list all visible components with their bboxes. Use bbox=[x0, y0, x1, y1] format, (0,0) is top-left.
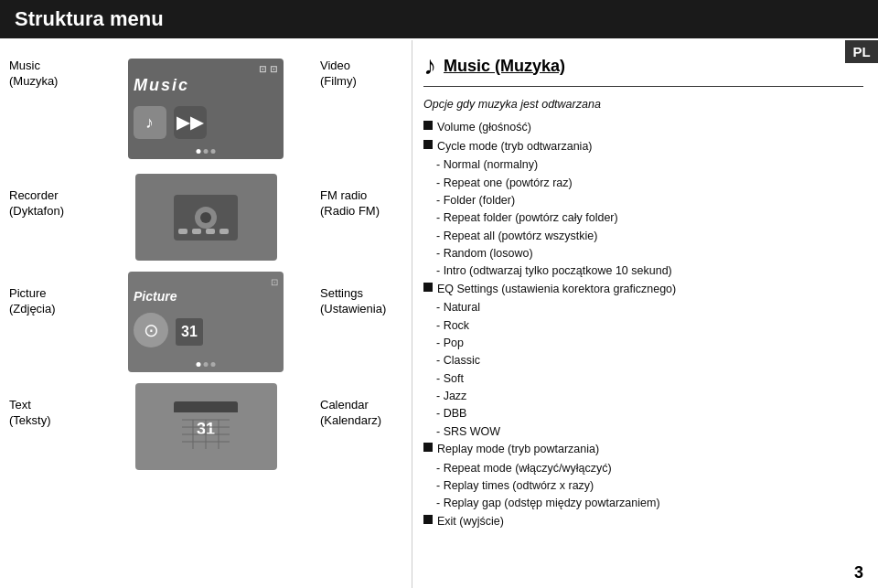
list-item: - Jazz bbox=[423, 388, 863, 405]
music-image-area: ⊡ ⊡ Music ♪ ▶▶ bbox=[95, 55, 316, 163]
label-text: Text(Teksty) bbox=[9, 380, 91, 429]
page-number: 3 bbox=[854, 563, 863, 583]
svg-rect-5 bbox=[206, 229, 215, 234]
list-item: - Folder (folder) bbox=[423, 192, 863, 209]
bullet-icon bbox=[423, 140, 433, 149]
list-item: - DBB bbox=[423, 405, 863, 422]
label-video: Video(Filmy) bbox=[320, 55, 402, 90]
menu-row-1: Music(Muzyka) ⊡ ⊡ Music ♪ ▶▶ bbox=[9, 55, 402, 170]
bullet-icon bbox=[423, 121, 433, 130]
label-fm-radio: FM radio(Radio FM) bbox=[320, 170, 402, 219]
list-item: - Repeat folder (powtórz cały folder) bbox=[423, 209, 863, 227]
list-item: - Pop bbox=[423, 335, 863, 352]
list-item: - Repeat mode (włączyć/wyłączyć) bbox=[423, 460, 863, 477]
right-panel-title: Music (Muzyka) bbox=[444, 57, 565, 76]
list-item: Replay mode (tryb powtarzania) bbox=[423, 441, 863, 458]
list-item: - Normal (normalny) bbox=[423, 156, 863, 174]
header-bar: Struktura menu bbox=[0, 0, 878, 38]
picture-image-area: ⊡ Picture ⊙ 31 bbox=[95, 268, 316, 376]
list-item: - Soft bbox=[423, 370, 863, 388]
items-container: Volume (głośność)Cycle mode (tryb odtwar… bbox=[423, 119, 863, 530]
content-text: Opcje gdy muzyka jest odtwarzana Volume … bbox=[423, 96, 863, 530]
bullet-icon bbox=[423, 283, 433, 292]
svg-rect-8 bbox=[174, 401, 238, 414]
menu-row-2: Recorder(Dyktafon) FM radio(Radio FM) bbox=[9, 170, 402, 268]
menu-row-3: Picture(Zdjęcia) ⊡ Picture ⊙ 31 bbox=[9, 268, 402, 380]
bullet-icon bbox=[423, 443, 433, 452]
label-recorder: Recorder(Dyktafon) bbox=[9, 170, 91, 219]
intro-line: Opcje gdy muzyka jest odtwarzana bbox=[423, 96, 863, 113]
label-settings: Settings(Ustawienia) bbox=[320, 268, 402, 317]
svg-point-2 bbox=[200, 212, 211, 223]
menu-row-4: Text(Teksty) 31 Calend bbox=[9, 380, 402, 481]
list-item: - Intro (odtwarzaj tylko początkowe 10 s… bbox=[423, 262, 863, 280]
picture-device-image: ⊡ Picture ⊙ 31 bbox=[128, 272, 284, 372]
text-device-image: 31 bbox=[135, 383, 277, 470]
svg-rect-4 bbox=[192, 229, 201, 234]
list-item: - Repeat all (powtórz wszystkie) bbox=[423, 228, 863, 245]
label-picture: Picture(Zdjęcia) bbox=[9, 268, 91, 317]
music-device-image: ⊡ ⊡ Music ♪ ▶▶ bbox=[128, 59, 284, 159]
list-item: Volume (głośność) bbox=[423, 119, 863, 136]
list-item: Cycle mode (tryb odtwarzania) bbox=[423, 138, 863, 155]
header-title: Struktura menu bbox=[15, 7, 164, 31]
svg-rect-6 bbox=[220, 229, 229, 234]
music-note-icon: ♪ bbox=[423, 51, 436, 80]
list-item: - Replay gap (odstęp między powtarzaniem… bbox=[423, 495, 863, 512]
bullet-icon bbox=[423, 515, 433, 524]
list-item: - Natural bbox=[423, 299, 863, 316]
list-item: - Random (losowo) bbox=[423, 245, 863, 262]
recorder-image-area bbox=[95, 170, 316, 264]
text-image-area: 31 bbox=[95, 380, 316, 474]
list-item: - Rock bbox=[423, 317, 863, 335]
recorder-device-image bbox=[135, 174, 277, 261]
label-music: Music(Muzyka) bbox=[9, 55, 91, 90]
list-item: - SRS WOW bbox=[423, 423, 863, 441]
list-item: Exit (wyjście) bbox=[423, 513, 863, 530]
svg-rect-3 bbox=[178, 229, 187, 234]
right-header: ♪ Music (Muzyka) bbox=[423, 51, 863, 87]
recorder-svg bbox=[169, 190, 242, 245]
list-item: EQ Settings (ustawienia korektora grafic… bbox=[423, 281, 863, 298]
calendar-svg: 31 bbox=[169, 400, 242, 454]
list-item: - Classic bbox=[423, 352, 863, 369]
list-item: - Replay times (odtwórz x razy) bbox=[423, 477, 863, 495]
right-panel: ♪ Music (Muzyka) Opcje gdy muzyka jest o… bbox=[412, 40, 878, 588]
label-calendar: Calendar(Kalendarz) bbox=[320, 380, 402, 429]
left-panel: Music(Muzyka) ⊡ ⊡ Music ♪ ▶▶ bbox=[0, 40, 412, 588]
list-item: - Repeat one (powtórz raz) bbox=[423, 175, 863, 192]
